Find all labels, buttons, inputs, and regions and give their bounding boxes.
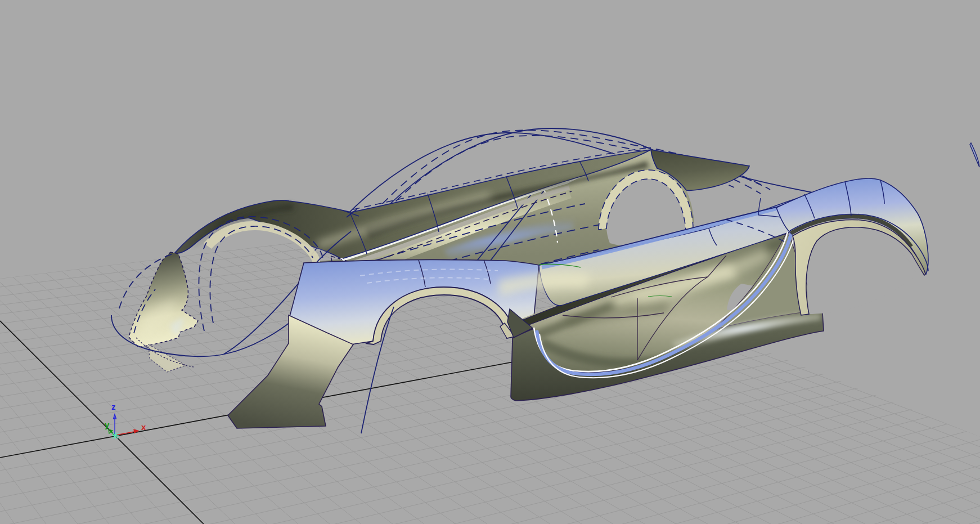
svg-text:z: z bbox=[111, 402, 116, 411]
svg-text:x: x bbox=[141, 422, 146, 432]
svg-text:y: y bbox=[105, 420, 110, 429]
